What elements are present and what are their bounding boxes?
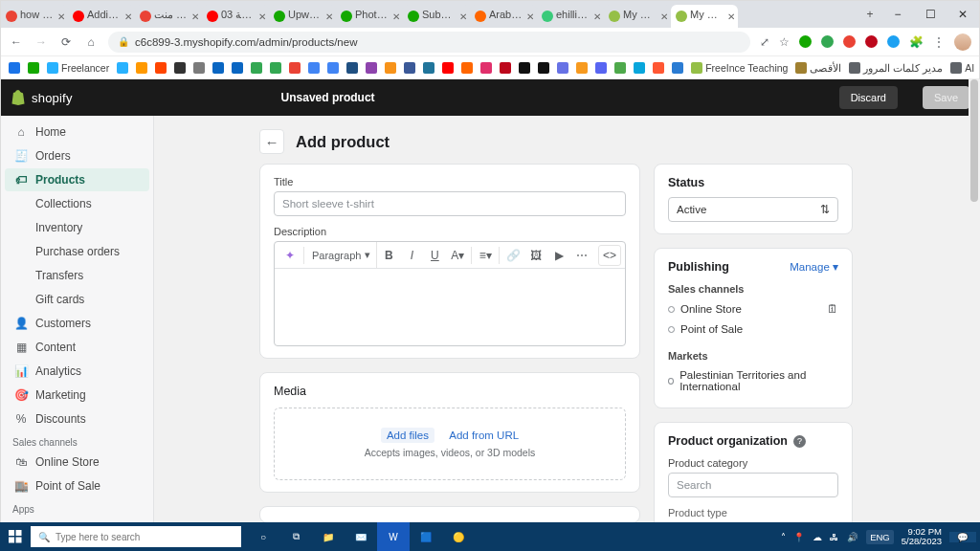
clock[interactable]: 9:02 PM 5/28/2023: [902, 527, 942, 547]
video-button[interactable]: ▶: [547, 245, 570, 266]
italic-button[interactable]: I: [400, 245, 423, 266]
translate-icon[interactable]: ⤢: [760, 35, 769, 49]
browser-tab[interactable]: Arabic tr…✕: [470, 5, 537, 28]
bookmark-item[interactable]: [232, 62, 243, 74]
ext5-icon[interactable]: [887, 35, 900, 48]
browser-tab[interactable]: ehilli | T…✕: [537, 5, 604, 28]
paragraph-select[interactable]: Paragraph▾: [306, 242, 377, 268]
nav-discounts[interactable]: %Discounts: [5, 408, 149, 430]
bookmark-item[interactable]: [672, 62, 683, 74]
calendar-icon[interactable]: 🗓: [827, 302, 838, 316]
browser-tab[interactable]: اضافة منت…✕: [135, 5, 202, 28]
bookmark-item[interactable]: [212, 62, 224, 74]
bookmark-item[interactable]: [653, 62, 664, 74]
scrollbar-thumb[interactable]: [970, 79, 978, 202]
new-tab-button[interactable]: +: [858, 1, 881, 28]
more-button[interactable]: ⋯: [570, 245, 593, 266]
bookmark-item[interactable]: [385, 62, 396, 74]
maximize-button[interactable]: ☐: [914, 1, 947, 28]
nav-online-store[interactable]: 🛍Online Store: [5, 451, 149, 474]
nav-collections[interactable]: Collections: [5, 192, 149, 215]
bookmark-item[interactable]: [557, 62, 568, 74]
bookmark-item[interactable]: FreeInce Teaching: [691, 62, 788, 74]
bookmark-item[interactable]: [174, 62, 186, 74]
nav-orders[interactable]: 🧾Orders: [5, 144, 149, 167]
nav-marketing[interactable]: 🎯Marketing: [5, 384, 149, 407]
profile-avatar[interactable]: [954, 33, 971, 51]
bookmark-item[interactable]: [346, 62, 358, 74]
bookmark-item[interactable]: [155, 62, 167, 74]
bookmark-item[interactable]: AI: [950, 62, 974, 74]
close-tab-icon[interactable]: ✕: [392, 11, 400, 22]
bookmark-item[interactable]: [461, 62, 473, 74]
close-tab-icon[interactable]: ✕: [191, 11, 199, 22]
nav-purchase-orders[interactable]: Purchase orders: [5, 240, 149, 263]
tray-cloud-icon[interactable]: ☁: [813, 532, 822, 542]
bookmark-item[interactable]: [614, 62, 626, 74]
browser-tab[interactable]: اضافة 03…✕: [202, 5, 269, 28]
bookmark-item[interactable]: [289, 62, 301, 74]
bookmark-item[interactable]: مدير كلمات المرور: [849, 62, 943, 74]
category-input[interactable]: [668, 473, 838, 497]
save-button[interactable]: Save: [923, 86, 969, 109]
forward-button[interactable]: →: [33, 35, 49, 49]
nav-content[interactable]: ▦Content: [5, 336, 149, 359]
ext1-icon[interactable]: [799, 35, 812, 48]
bookmark-item[interactable]: [519, 62, 530, 74]
align-button[interactable]: ≡▾: [474, 245, 497, 266]
close-tab-icon[interactable]: ✕: [660, 11, 668, 22]
image-button[interactable]: 🖼: [524, 245, 547, 266]
browser-tab[interactable]: how to a…✕: [1, 5, 68, 28]
bookmark-item[interactable]: [595, 62, 607, 74]
nav-gift-cards[interactable]: Gift cards: [5, 288, 149, 311]
bookmark-item[interactable]: [327, 62, 339, 74]
task-chrome[interactable]: 🟡: [442, 522, 475, 551]
underline-button[interactable]: U: [423, 245, 446, 266]
shopify-logo[interactable]: shopify: [11, 90, 73, 105]
browser-tab[interactable]: Submit a…✕: [403, 5, 470, 28]
nav-inventory[interactable]: Inventory: [5, 216, 149, 239]
media-dropzone[interactable]: Add files Add from URL Accepts images, v…: [274, 408, 626, 480]
bold-button[interactable]: B: [377, 245, 400, 266]
html-button[interactable]: <>: [598, 245, 621, 266]
bookmark-item[interactable]: [308, 62, 320, 74]
close-window-button[interactable]: ✕: [947, 1, 979, 28]
tray-network-icon[interactable]: 🖧: [830, 532, 839, 542]
reload-button[interactable]: ⟳: [58, 35, 74, 49]
tray-speaker-icon[interactable]: 🔊: [847, 532, 858, 542]
notifications-button[interactable]: 💬: [949, 532, 976, 542]
close-tab-icon[interactable]: ✕: [459, 11, 467, 22]
bookmark-item[interactable]: [136, 62, 147, 74]
bookmark-item[interactable]: [423, 62, 434, 74]
close-tab-icon[interactable]: ✕: [526, 11, 534, 22]
home-button-chrome[interactable]: ⌂: [83, 35, 99, 49]
start-button[interactable]: [0, 530, 31, 543]
bookmark-item[interactable]: [538, 62, 549, 74]
bookmark-item[interactable]: [500, 62, 511, 74]
bookmark-item[interactable]: [480, 62, 492, 74]
back-arrow-button[interactable]: ←: [259, 129, 284, 154]
bookmark-item[interactable]: [576, 62, 588, 74]
taskbar-search[interactable]: 🔍 Type here to search: [31, 526, 241, 547]
bookmark-item[interactable]: [193, 62, 205, 74]
browser-tab[interactable]: Upwork✕: [269, 5, 336, 28]
bookmark-item[interactable]: الأقصى: [795, 62, 841, 74]
nav-pos[interactable]: 🏬Point of Sale: [5, 474, 149, 497]
task-word[interactable]: W: [377, 522, 410, 551]
description-input[interactable]: [275, 269, 625, 345]
manage-link[interactable]: Manage ▾: [790, 260, 838, 274]
task-taskview[interactable]: ⧉: [279, 522, 312, 551]
close-tab-icon[interactable]: ✕: [124, 11, 132, 22]
bookmark-item[interactable]: [634, 62, 645, 74]
browser-tab[interactable]: My Store…✕: [671, 5, 738, 28]
bookmark-item[interactable]: [9, 62, 20, 74]
close-tab-icon[interactable]: ✕: [325, 11, 333, 22]
bookmark-item[interactable]: [117, 62, 128, 74]
nav-customers[interactable]: 👤Customers: [5, 312, 149, 335]
task-edge[interactable]: 🟦: [410, 522, 442, 551]
nav-products[interactable]: 🏷Products: [5, 168, 149, 191]
ai-icon[interactable]: ✦: [278, 245, 301, 266]
nav-home[interactable]: ⌂Home: [5, 121, 149, 143]
extensions-icon[interactable]: 🧩: [909, 35, 924, 49]
text-color-button[interactable]: A▾: [446, 245, 469, 266]
